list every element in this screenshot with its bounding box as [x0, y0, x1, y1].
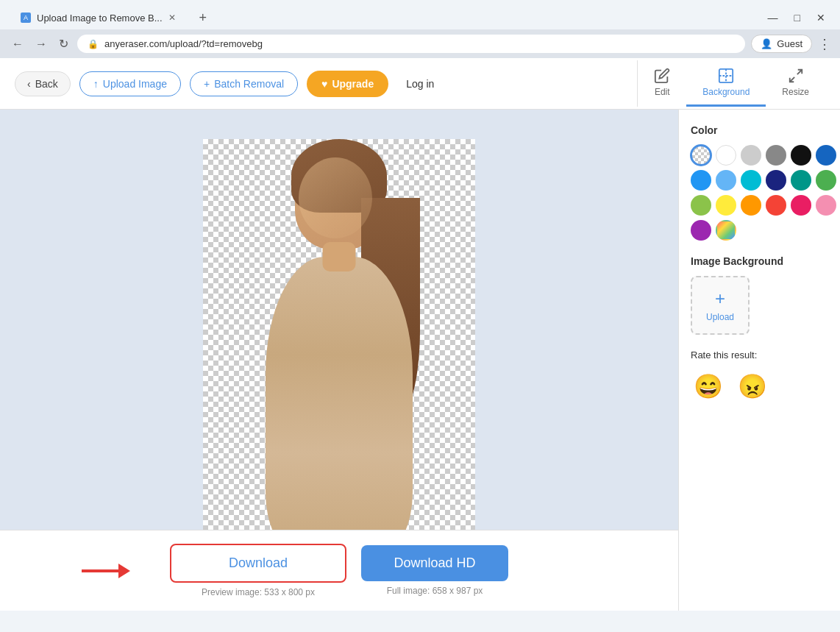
color-dark-blue[interactable]	[816, 145, 836, 166]
title-bar: A Upload Image to Remove B... ✕ + — □ ✕	[0, 0, 840, 29]
upload-label: Upload Image	[103, 78, 167, 90]
upload-bg-label: Upload	[706, 312, 734, 322]
main-content: ✋ − 100% + ⛶ ⊡ Download	[0, 110, 840, 611]
guest-icon: 👤	[761, 38, 772, 49]
color-yellow[interactable]	[716, 195, 736, 216]
color-black[interactable]	[791, 145, 811, 166]
color-purple[interactable]	[691, 220, 711, 241]
color-section-title: Color	[691, 124, 828, 136]
upload-background-button[interactable]: + Upload	[691, 276, 750, 335]
upload-icon: ↑	[93, 78, 99, 90]
edit-tab-label: Edit	[655, 87, 670, 97]
color-light-pink[interactable]	[816, 195, 836, 216]
url-lock-icon: 🔒	[88, 39, 99, 49]
upgrade-label: Upgrade	[332, 78, 374, 90]
right-panel: Color	[678, 110, 840, 611]
tab-close-button[interactable]: ✕	[168, 13, 176, 23]
download-standard-wrapper: Download Preview image: 533 x 800 px	[170, 544, 346, 597]
back-label: Back	[35, 78, 58, 90]
color-light-gray[interactable]	[741, 145, 761, 166]
color-teal[interactable]	[791, 170, 811, 191]
toolbar: ‹ Back ↑ Upload Image + Batch Removal ♥ …	[0, 58, 840, 110]
batch-icon: +	[204, 78, 210, 90]
image-container: ✋ − 100% + ⛶ ⊡	[203, 139, 475, 582]
download-button[interactable]: Download	[170, 544, 346, 583]
color-grid	[691, 145, 828, 241]
download-hd-button[interactable]: Download HD	[361, 545, 508, 581]
download-hd-wrapper: Download HD Full image: 658 x 987 px	[361, 545, 508, 596]
color-gradient[interactable]	[716, 220, 736, 241]
address-bar: ← → ↻ 🔒 anyeraser.com/upload/?td=removeb…	[0, 29, 840, 58]
back-chevron-icon: ‹	[27, 78, 31, 90]
color-orange[interactable]	[741, 195, 761, 216]
happy-emoji-button[interactable]: 😄	[691, 369, 726, 403]
url-text: anyeraser.com/upload/?td=removebg	[104, 38, 263, 49]
browser-menu-button[interactable]: ⋮	[818, 36, 831, 52]
close-button[interactable]: ✕	[811, 9, 831, 26]
color-cyan[interactable]	[741, 170, 761, 191]
image-background-section: Image Background + Upload	[691, 255, 828, 335]
batch-removal-button[interactable]: + Batch Removal	[190, 71, 298, 96]
color-white[interactable]	[716, 145, 736, 166]
arrow-shaft	[82, 569, 118, 572]
window-controls: — □ ✕	[762, 9, 831, 26]
color-red[interactable]	[766, 195, 786, 216]
color-pink[interactable]	[791, 195, 811, 216]
background-tab-label: Background	[702, 87, 750, 97]
resize-icon	[788, 68, 804, 84]
edit-icon	[654, 68, 670, 84]
angry-emoji-button[interactable]: 😠	[735, 369, 770, 403]
login-button[interactable]: Log in	[397, 72, 443, 96]
back-nav-button[interactable]: ←	[9, 35, 26, 54]
active-tab[interactable]: A Upload Image to Remove B... ✕	[9, 7, 188, 29]
person-image	[203, 139, 475, 547]
color-blue[interactable]	[691, 170, 711, 191]
preview-size-text: Preview image: 533 x 800 px	[202, 587, 315, 597]
full-size-text: Full image: 658 x 987 px	[387, 586, 483, 596]
heart-icon: ♥	[321, 78, 327, 90]
url-bar[interactable]: 🔒 anyeraser.com/upload/?td=removebg	[77, 35, 745, 53]
tab-background[interactable]: Background	[686, 60, 766, 107]
tab-favicon: A	[21, 13, 31, 23]
minimize-button[interactable]: —	[762, 9, 784, 26]
guest-label: Guest	[777, 38, 802, 49]
color-yellow-green[interactable]	[691, 195, 711, 216]
arrow-head	[118, 564, 130, 578]
maximize-button[interactable]: □	[789, 9, 806, 26]
tab-title: Upload Image to Remove B...	[37, 13, 163, 24]
tab-edit[interactable]: Edit	[638, 60, 686, 107]
color-navy[interactable]	[766, 170, 786, 191]
guest-button[interactable]: 👤 Guest	[751, 35, 812, 53]
color-light-blue[interactable]	[716, 170, 736, 191]
emoji-row: 😄 😠	[691, 369, 828, 403]
app: ‹ Back ↑ Upload Image + Batch Removal ♥ …	[0, 58, 840, 611]
resize-tab-label: Resize	[782, 87, 809, 97]
plus-icon: +	[715, 288, 725, 309]
upgrade-button[interactable]: ♥ Upgrade	[307, 71, 388, 97]
new-tab-button[interactable]: +	[193, 7, 213, 29]
browser-chrome: A Upload Image to Remove B... ✕ + — □ ✕ …	[0, 0, 840, 58]
batch-label: Batch Removal	[214, 78, 284, 90]
color-transparent[interactable]	[691, 145, 711, 166]
rate-section: Rate this result: 😄 😠	[691, 349, 828, 403]
background-icon	[718, 68, 734, 84]
back-button[interactable]: ‹ Back	[15, 71, 71, 96]
image-canvas	[203, 139, 475, 547]
canvas-area: ✋ − 100% + ⛶ ⊡ Download	[0, 110, 678, 611]
rate-title: Rate this result:	[691, 349, 828, 361]
arrow-indicator	[82, 564, 130, 578]
forward-nav-button[interactable]: →	[32, 35, 50, 54]
color-gray[interactable]	[766, 145, 786, 166]
color-green[interactable]	[816, 170, 836, 191]
tab-resize[interactable]: Resize	[766, 60, 825, 107]
toolbar-right-tabs: Edit Background Resize	[637, 60, 825, 107]
download-section: Download Preview image: 533 x 800 px Dow…	[0, 530, 678, 611]
download-buttons-row: Download Preview image: 533 x 800 px Dow…	[170, 544, 508, 597]
image-bg-title: Image Background	[691, 255, 828, 267]
upload-image-button[interactable]: ↑ Upload Image	[79, 71, 181, 96]
reload-button[interactable]: ↻	[56, 34, 71, 54]
